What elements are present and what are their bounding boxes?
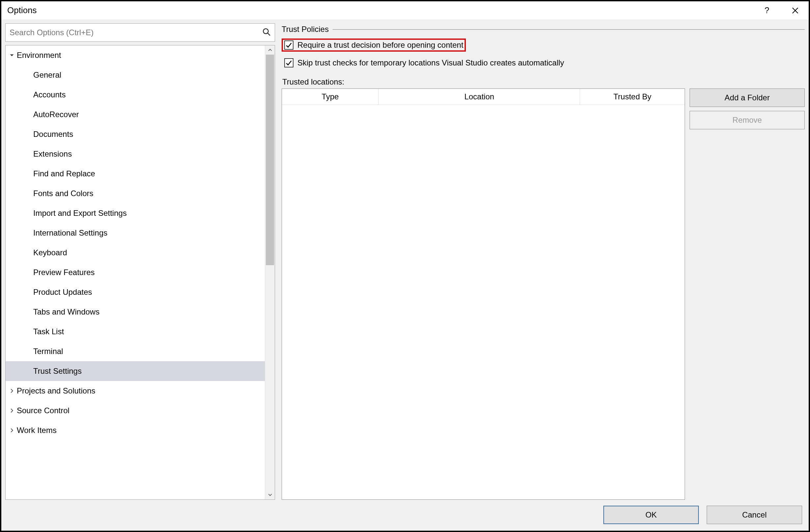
tree-item-label: Projects and Solutions [17, 387, 95, 395]
titlebar: Options ? [1, 1, 809, 19]
tree-item-label: General [33, 71, 61, 79]
tree-item-label: International Settings [33, 229, 107, 237]
expander-placeholder [25, 328, 32, 335]
trusted-locations-label: Trusted locations: [282, 77, 805, 86]
tree-item-label: Task List [33, 328, 64, 336]
require-trust-checkbox[interactable] [284, 41, 293, 50]
tree-find-and-replace[interactable]: Find and Replace [5, 164, 265, 183]
chevron-right-icon[interactable] [8, 427, 15, 434]
require-trust-label: Require a trust decision before opening … [297, 41, 463, 50]
divider [333, 29, 805, 30]
tree-item-label: Import and Export Settings [33, 209, 127, 217]
col-trusted-by[interactable]: Trusted By [580, 89, 685, 105]
expander-placeholder [25, 170, 32, 177]
scroll-down-icon[interactable] [265, 490, 275, 499]
expander-placeholder [25, 269, 32, 276]
search-options[interactable] [5, 23, 275, 42]
tree-tabs-and-windows[interactable]: Tabs and Windows [5, 302, 265, 322]
expander-placeholder [25, 131, 32, 138]
tree-item-label: Keyboard [33, 249, 67, 257]
tree-item-label: Extensions [33, 150, 72, 158]
tree-import-and-export-settings[interactable]: Import and Export Settings [5, 203, 265, 223]
tree-item-label: Work Items [17, 426, 56, 434]
expander-placeholder [25, 368, 32, 375]
col-type[interactable]: Type [282, 89, 379, 105]
expander-placeholder [25, 249, 32, 256]
chevron-right-icon[interactable] [8, 387, 15, 394]
remove-button: Remove [690, 111, 805, 129]
tree-international-settings[interactable]: International Settings [5, 223, 265, 243]
tree-terminal[interactable]: Terminal [5, 341, 265, 361]
tree-item-label: Product Updates [33, 288, 92, 296]
skip-temp-label: Skip trust checks for temporary location… [297, 58, 564, 67]
tree-preview-features[interactable]: Preview Features [5, 262, 265, 282]
tree-general[interactable]: General [5, 65, 265, 85]
tree-source-control[interactable]: Source Control [5, 401, 265, 420]
scroll-thumb[interactable] [266, 54, 274, 265]
col-location[interactable]: Location [379, 89, 580, 105]
tree-trust-settings[interactable]: Trust Settings [5, 361, 265, 381]
chevron-right-icon[interactable] [8, 407, 15, 414]
tree-documents[interactable]: Documents [5, 124, 265, 144]
expander-placeholder [25, 348, 32, 355]
expander-placeholder [25, 150, 32, 158]
trust-policies-header: Trust Policies [281, 25, 805, 34]
scroll-up-icon[interactable] [265, 45, 275, 54]
expander-placeholder [25, 229, 32, 237]
expander-placeholder [25, 308, 32, 316]
tree-item-label: Preview Features [33, 269, 95, 276]
tree-autorecover[interactable]: AutoRecover [5, 104, 265, 124]
expander-placeholder [25, 111, 32, 118]
expander-placeholder [25, 190, 32, 197]
tree-item-label: Terminal [33, 348, 63, 355]
tree-keyboard[interactable]: Keyboard [5, 243, 265, 262]
tree-item-label: Trust Settings [33, 367, 82, 375]
require-trust-row[interactable]: Require a trust decision before opening … [281, 38, 466, 52]
expander-placeholder [25, 91, 32, 98]
tree-item-label: Accounts [33, 91, 66, 99]
tree-item-label: Environment [17, 51, 61, 59]
cancel-button[interactable]: Cancel [707, 506, 802, 524]
tree-item-label: Find and Replace [33, 170, 95, 178]
svg-point-0 [263, 29, 268, 34]
skip-temp-row[interactable]: Skip trust checks for temporary location… [281, 56, 805, 69]
tree-environment[interactable]: Environment [5, 45, 265, 65]
close-icon[interactable] [788, 3, 803, 18]
tree-extensions[interactable]: Extensions [5, 144, 265, 164]
table-body [282, 105, 685, 499]
expander-placeholder [25, 71, 32, 79]
group-label: Trust Policies [281, 25, 329, 34]
tree-item-label: Tabs and Windows [33, 308, 99, 316]
tree-work-items[interactable]: Work Items [5, 420, 265, 440]
tree-accounts[interactable]: Accounts [5, 85, 265, 104]
search-input[interactable] [10, 28, 262, 37]
tree-item-label: Documents [33, 130, 73, 138]
tree-item-label: Fonts and Colors [33, 190, 94, 197]
options-tree[interactable]: EnvironmentGeneralAccountsAutoRecoverDoc… [5, 45, 265, 499]
tree-task-list[interactable]: Task List [5, 322, 265, 341]
tree-item-label: Source Control [17, 407, 69, 415]
tree-item-label: AutoRecover [33, 111, 79, 118]
tree-projects-and-solutions[interactable]: Projects and Solutions [5, 381, 265, 401]
svg-line-1 [268, 33, 270, 35]
expander-placeholder [25, 210, 32, 217]
skip-temp-checkbox[interactable] [284, 58, 293, 67]
ok-button[interactable]: OK [603, 506, 699, 524]
help-icon[interactable]: ? [759, 3, 775, 18]
expander-placeholder [25, 289, 32, 296]
tree-scrollbar[interactable] [265, 45, 275, 499]
tree-product-updates[interactable]: Product Updates [5, 282, 265, 302]
search-icon[interactable] [262, 28, 271, 38]
window-title: Options [7, 5, 37, 15]
add-folder-button[interactable]: Add a Folder [690, 88, 805, 107]
chevron-down-icon[interactable] [8, 52, 15, 59]
tree-fonts-and-colors[interactable]: Fonts and Colors [5, 183, 265, 203]
trusted-locations-table[interactable]: Type Location Trusted By [281, 88, 685, 500]
